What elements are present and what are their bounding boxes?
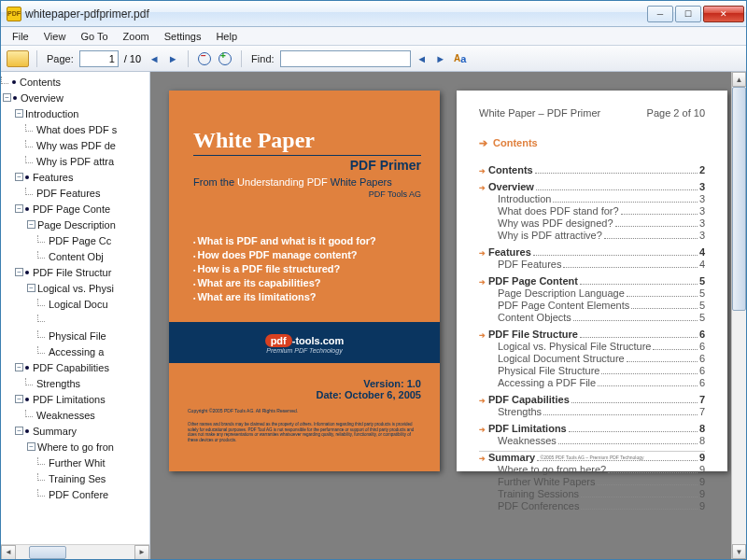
prev-page-icon[interactable]: ◄ bbox=[147, 53, 162, 64]
toc-row: ➔Strengths7 bbox=[479, 406, 705, 417]
expander-icon[interactable]: − bbox=[15, 204, 23, 213]
titlebar[interactable]: PDF whitepaper-pdfprimer.pdf ─ ☐ ✕ bbox=[1, 1, 746, 27]
expander-icon[interactable]: − bbox=[15, 395, 23, 403]
outline-label: Weaknesses bbox=[36, 410, 95, 421]
outline-item[interactable]: PDF Page Cc bbox=[1, 232, 149, 248]
expander-icon[interactable]: − bbox=[15, 268, 23, 276]
outline-item[interactable]: What does PDF s bbox=[1, 121, 149, 137]
outline-item[interactable]: Contents bbox=[1, 74, 149, 90]
toc-row: ➔Training Sessions9 bbox=[479, 488, 705, 499]
doc-meta: Version: 1.0 Date: October 6, 2005 bbox=[317, 378, 422, 400]
separator bbox=[188, 50, 189, 67]
outline-label: Introduction bbox=[25, 108, 78, 119]
outline-item[interactable] bbox=[1, 312, 149, 328]
expander-icon[interactable]: − bbox=[27, 442, 35, 451]
outline-item[interactable]: −Overview bbox=[1, 90, 149, 105]
match-case-icon[interactable]: Aa bbox=[452, 50, 469, 67]
document-viewer[interactable]: White Paper PDF Primer From the Understa… bbox=[150, 72, 746, 559]
expander-icon[interactable]: − bbox=[15, 363, 23, 371]
outline-item[interactable]: −Where to go fron bbox=[1, 439, 149, 455]
close-button[interactable]: ✕ bbox=[703, 6, 744, 22]
toc-row: ➔Introduction3 bbox=[479, 193, 705, 204]
outline-item[interactable]: −Page Description bbox=[1, 217, 149, 232]
viewer-vscrollbar[interactable]: ▲ ▼ bbox=[731, 72, 746, 559]
scroll-down-icon[interactable]: ▼ bbox=[732, 544, 746, 559]
scroll-up-icon[interactable]: ▲ bbox=[732, 72, 746, 87]
menu-file[interactable]: File bbox=[5, 29, 36, 44]
toc-row: ➔Physical File Structure6 bbox=[479, 365, 705, 376]
body: Contents−Overview−IntroductionWhat does … bbox=[1, 72, 746, 559]
outline-label: Contents bbox=[20, 77, 61, 88]
outline-item[interactable]: −Summary bbox=[1, 423, 149, 439]
find-prev-icon[interactable]: ◄ bbox=[415, 53, 430, 64]
outline-item[interactable]: −PDF File Structur bbox=[1, 264, 149, 280]
scroll-thumb[interactable] bbox=[732, 87, 746, 311]
outline-item[interactable]: −Logical vs. Physi bbox=[1, 280, 149, 296]
expander-icon[interactable]: − bbox=[27, 284, 35, 292]
sidebar-hscrollbar[interactable]: ◄ ► bbox=[1, 544, 149, 559]
outline-item[interactable]: Why was PDF de bbox=[1, 137, 149, 153]
outline-item[interactable]: −Features bbox=[1, 169, 149, 185]
scroll-right-icon[interactable]: ► bbox=[134, 545, 149, 560]
expander-icon[interactable]: − bbox=[15, 173, 23, 181]
menu-help[interactable]: Help bbox=[208, 29, 245, 44]
menu-settings[interactable]: Settings bbox=[157, 29, 209, 44]
app-icon: PDF bbox=[7, 7, 21, 21]
toc-row: ➔PDF Page Content Elements5 bbox=[479, 300, 705, 311]
outline-item[interactable]: Why is PDF attra bbox=[1, 153, 149, 169]
outline-tree[interactable]: Contents−Overview−IntroductionWhat does … bbox=[1, 72, 149, 544]
zoom-in-icon[interactable] bbox=[217, 50, 233, 67]
outline-item[interactable]: Strengths bbox=[1, 375, 149, 391]
scroll-thumb[interactable] bbox=[29, 546, 66, 559]
contents-heading: ➔Contents bbox=[479, 130, 705, 151]
outline-label: Overview bbox=[21, 92, 63, 104]
page-input[interactable] bbox=[79, 50, 119, 67]
menu-go-to[interactable]: Go To bbox=[73, 29, 115, 44]
expander-icon[interactable]: − bbox=[15, 427, 23, 435]
doc-disclaimer: Other names and brands may be claimed as… bbox=[188, 422, 421, 443]
doc-from: From the Understanding PDF White Papers bbox=[193, 176, 421, 188]
open-icon[interactable] bbox=[7, 50, 29, 67]
zoom-out-icon[interactable] bbox=[196, 50, 213, 67]
outline-label: Where to go fron bbox=[37, 441, 114, 453]
outline-item[interactable]: Accessing a bbox=[1, 343, 149, 359]
logo-band: pdf-tools.com Premium PDF Technology bbox=[169, 322, 440, 363]
outline-item[interactable]: Training Ses bbox=[1, 470, 149, 486]
toc-row: ➔Where to go from here?9 bbox=[479, 464, 705, 475]
toc-row: ➔Accessing a PDF File6 bbox=[479, 377, 705, 388]
outline-label: PDF File Structur bbox=[33, 267, 111, 278]
expander-icon[interactable]: − bbox=[15, 109, 23, 118]
outline-label: Strengths bbox=[36, 378, 80, 389]
outline-item[interactable]: −PDF Capabilities bbox=[1, 359, 149, 375]
find-next-icon[interactable]: ► bbox=[433, 53, 448, 64]
find-label: Find: bbox=[249, 53, 275, 64]
outline-item[interactable]: Logical Docu bbox=[1, 296, 149, 312]
find-input[interactable] bbox=[280, 50, 411, 67]
expander-icon[interactable]: − bbox=[3, 93, 11, 102]
menu-view[interactable]: View bbox=[36, 29, 74, 44]
outline-item[interactable]: Content Obj bbox=[1, 248, 149, 264]
outline-label: Why is PDF attra bbox=[36, 156, 114, 167]
menu-zoom[interactable]: Zoom bbox=[116, 29, 157, 44]
outline-item[interactable]: −Introduction bbox=[1, 105, 149, 121]
outline-label: PDF Page Conte bbox=[33, 203, 110, 215]
page-2: White Paper – PDF PrimerPage 2 of 10 ➔Co… bbox=[457, 91, 727, 471]
outline-item[interactable]: PDF Features bbox=[1, 185, 149, 201]
doc-subtitle: PDF Primer bbox=[193, 158, 421, 173]
outline-item[interactable]: −PDF Limitations bbox=[1, 391, 149, 407]
maximize-button[interactable]: ☐ bbox=[675, 6, 701, 22]
outline-item[interactable]: Physical File bbox=[1, 328, 149, 343]
scroll-left-icon[interactable]: ◄ bbox=[1, 545, 16, 560]
outline-label: PDF Features bbox=[36, 188, 100, 199]
outline-item[interactable]: −PDF Page Conte bbox=[1, 201, 149, 217]
minimize-button[interactable]: ─ bbox=[647, 6, 673, 22]
outline-label: PDF Limitations bbox=[33, 394, 106, 405]
window-buttons: ─ ☐ ✕ bbox=[645, 6, 744, 22]
expander-icon[interactable]: − bbox=[27, 220, 35, 229]
outline-item[interactable]: Further Whit bbox=[1, 455, 149, 470]
next-page-icon[interactable]: ► bbox=[165, 53, 180, 64]
outline-item[interactable]: PDF Confere bbox=[1, 486, 149, 502]
outline-sidebar: Contents−Overview−IntroductionWhat does … bbox=[1, 72, 150, 559]
bullet-icon bbox=[25, 429, 29, 433]
outline-item[interactable]: Weaknesses bbox=[1, 407, 149, 423]
